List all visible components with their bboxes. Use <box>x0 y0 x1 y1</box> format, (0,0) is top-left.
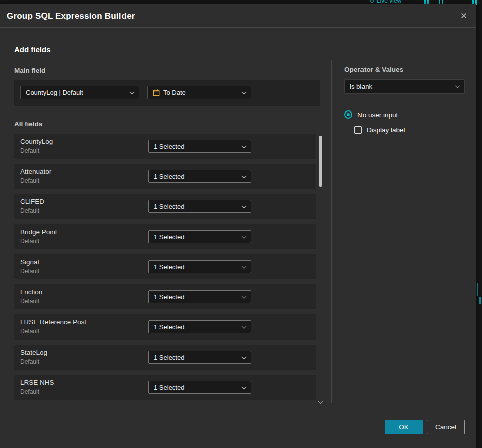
field-subtitle: Default <box>20 147 39 154</box>
field-selected-dropdown[interactable]: 1 Selected <box>148 260 251 273</box>
main-field-select-value: CountyLog | Default <box>26 89 83 96</box>
main-field-panel: CountyLog | Default To Date <box>14 80 320 106</box>
field-name: CountyLog <box>20 138 53 145</box>
field-selected-dropdown[interactable]: 1 Selected <box>148 230 251 243</box>
chevron-down-icon <box>242 264 247 269</box>
field-row: Signal Default 1 Selected <box>14 254 316 279</box>
field-row: CountyLog Default 1 Selected <box>14 134 316 159</box>
chevron-down-icon <box>455 83 460 88</box>
chevron-down-icon <box>242 384 247 389</box>
field-subtitle: Default <box>20 177 39 184</box>
field-row: Friction Default 1 Selected <box>14 284 316 309</box>
date-mode-select-value: To Date <box>163 89 186 96</box>
chevron-down-icon <box>130 89 135 94</box>
field-name: LRSE Reference Post <box>20 318 86 326</box>
scrollbar[interactable] <box>318 134 323 397</box>
live-view-icon <box>370 0 374 3</box>
field-selected-value: 1 Selected <box>154 293 184 301</box>
field-subtitle: Default <box>20 328 39 335</box>
date-mode-select[interactable]: To Date <box>147 86 251 99</box>
field-selected-dropdown[interactable]: 1 Selected <box>148 381 251 394</box>
scroll-down-icon[interactable] <box>318 399 323 404</box>
main-field-select[interactable]: CountyLog | Default <box>20 86 139 99</box>
radio-selected-icon <box>344 110 352 119</box>
live-view-toggle[interactable]: Live view <box>370 0 401 4</box>
chevron-down-icon <box>242 203 247 208</box>
main-field-label: Main field <box>14 67 45 74</box>
field-selected-value: 1 Selected <box>154 173 184 180</box>
field-row: LRSE Reference Post Default 1 Selected <box>14 314 316 340</box>
chevron-down-icon <box>242 173 247 178</box>
field-selected-dropdown[interactable]: 1 Selected <box>148 290 251 303</box>
field-selected-value: 1 Selected <box>154 384 184 391</box>
ok-button[interactable]: OK <box>385 420 423 434</box>
chevron-down-icon <box>242 294 247 299</box>
display-label-text: Display label <box>367 126 405 134</box>
field-name: LRSE NHS <box>20 379 54 386</box>
field-selected-dropdown[interactable]: 1 Selected <box>148 320 251 333</box>
no-user-input-label: No user input <box>357 111 398 119</box>
checkbox-unchecked-icon <box>354 126 362 134</box>
field-selected-dropdown[interactable]: 1 Selected <box>148 200 251 213</box>
field-subtitle: Default <box>20 238 39 245</box>
field-selected-value: 1 Selected <box>154 203 184 210</box>
section-title: Add fields <box>14 45 51 54</box>
all-fields-label: All fields <box>14 120 42 128</box>
field-subtitle: Default <box>20 207 39 214</box>
field-name: StateLog <box>20 349 47 356</box>
background-accent <box>477 283 478 296</box>
field-row: LRSE NHS Default 1 Selected <box>14 375 316 400</box>
chevron-down-icon <box>242 89 247 94</box>
field-name: CLIFED <box>20 198 44 205</box>
field-subtitle: Default <box>20 388 39 395</box>
dialog-header: Group SQL Expression Builder ✕ <box>0 4 476 28</box>
field-selected-value: 1 Selected <box>154 263 184 271</box>
field-selected-value: 1 Selected <box>154 354 184 361</box>
field-name: Friction <box>20 288 42 296</box>
field-subtitle: Default <box>20 268 39 275</box>
chevron-down-icon <box>242 143 247 148</box>
field-selected-dropdown[interactable]: 1 Selected <box>148 351 251 364</box>
column-divider <box>331 60 332 403</box>
field-selected-value: 1 Selected <box>154 323 184 331</box>
calendar-icon <box>153 89 160 96</box>
cancel-button[interactable]: Cancel <box>427 420 465 434</box>
chevron-down-icon <box>242 354 247 359</box>
field-name: Attenuator <box>20 168 51 175</box>
no-user-input-radio[interactable]: No user input <box>344 110 398 119</box>
field-subtitle: Default <box>20 298 39 305</box>
live-view-label: Live view <box>377 0 401 4</box>
chevron-down-icon <box>242 234 247 239</box>
background-accent <box>479 297 481 304</box>
field-selected-dropdown[interactable]: 1 Selected <box>148 140 251 153</box>
field-row: StateLog Default 1 Selected <box>14 345 316 370</box>
chevron-down-icon <box>242 324 247 329</box>
dialog-title: Group SQL Expression Builder <box>7 4 135 28</box>
operator-select[interactable]: is blank <box>344 79 465 94</box>
field-subtitle: Default <box>20 358 39 365</box>
operator-values-label: Operator & Values <box>344 66 403 73</box>
operator-select-value: is blank <box>350 83 372 90</box>
all-fields-list: CountyLog Default 1 Selected Attenuator … <box>14 134 316 405</box>
field-row: CLIFED Default 1 Selected <box>14 194 316 219</box>
field-selected-value: 1 Selected <box>154 143 184 150</box>
field-row: Attenuator Default 1 Selected <box>14 164 316 189</box>
field-selected-value: 1 Selected <box>154 233 184 241</box>
field-row: Bridge Point Default 1 Selected <box>14 224 316 249</box>
field-name: Signal <box>20 258 39 266</box>
group-sql-expression-builder-dialog: Group SQL Expression Builder ✕ Add field… <box>0 4 476 448</box>
close-icon[interactable]: ✕ <box>458 10 470 22</box>
display-label-checkbox[interactable]: Display label <box>354 126 405 134</box>
scrollbar-thumb[interactable] <box>319 136 322 187</box>
field-name: Bridge Point <box>20 228 57 236</box>
field-selected-dropdown[interactable]: 1 Selected <box>148 170 251 183</box>
